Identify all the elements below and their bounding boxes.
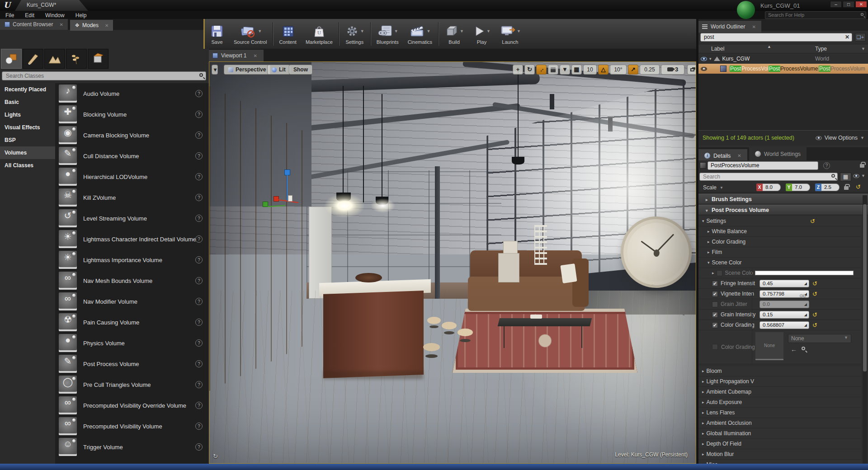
lut-thumbnail[interactable]: None bbox=[755, 332, 783, 360]
group-scene-color[interactable]: ▾Scene Color bbox=[698, 258, 861, 268]
close-button[interactable]: ✕ bbox=[855, 1, 867, 8]
settings-group-row[interactable]: ▾ Settings ↺ bbox=[698, 216, 861, 226]
expander-icon[interactable]: ▸ bbox=[702, 369, 704, 373]
launch-button[interactable]: ▼Launch bbox=[495, 23, 525, 46]
category-all-classes[interactable]: All Classes bbox=[0, 159, 55, 172]
class-row-nav-mesh-bounds-volume[interactable]: ∞Nav Mesh Bounds Volume? bbox=[55, 270, 209, 291]
expand-arrow-icon[interactable]: ▾ bbox=[709, 56, 712, 61]
coordinate-system-button[interactable] bbox=[548, 65, 558, 75]
value-field[interactable]: 0.45◢ bbox=[760, 280, 809, 287]
play-button[interactable]: ▼Play bbox=[468, 23, 495, 46]
close-tab-icon[interactable]: ✕ bbox=[737, 153, 741, 158]
view-mode-button[interactable]: Lit bbox=[267, 65, 290, 75]
class-row-precomputed-visibility-volume[interactable]: ∞Precomputed Visibility Volume? bbox=[55, 416, 209, 437]
close-tab-icon[interactable]: ✕ bbox=[105, 23, 108, 28]
outliner-row-postprocessvolume[interactable]: PostProcessVolPostProcessVolume PostProc… bbox=[698, 64, 868, 74]
sort-ascending-icon[interactable]: ▲ bbox=[767, 44, 771, 49]
landscape-mode-button[interactable] bbox=[44, 49, 65, 69]
post-process-volume-header[interactable]: ▾ Post Process Volume bbox=[698, 205, 868, 215]
chevron-down-icon[interactable]: ▼ bbox=[517, 29, 521, 33]
help-icon[interactable]: ? bbox=[195, 256, 203, 263]
help-icon[interactable]: ? bbox=[195, 360, 203, 367]
class-row-level-streaming-volume[interactable]: ↺Level Streaming Volume? bbox=[55, 208, 209, 229]
search-classes-input[interactable]: Search Classes bbox=[2, 71, 206, 80]
blueprints-button[interactable]: ▼Blueprints bbox=[372, 23, 403, 46]
tab-content-browser[interactable]: Content Browser ✕ bbox=[0, 19, 68, 30]
group-ambient-cubemap[interactable]: ▸Ambient Cubemap bbox=[698, 387, 861, 397]
property-checkbox[interactable] bbox=[712, 344, 718, 350]
group-auto-exposure[interactable]: ▸Auto Exposure bbox=[698, 397, 861, 408]
chevron-down-icon[interactable]: ▼ bbox=[460, 29, 464, 33]
outliner-column-headers[interactable]: Label ▲ Type ▼ bbox=[698, 44, 868, 53]
display-filter-button[interactable]: ▼ bbox=[853, 174, 865, 178]
help-icon[interactable]: ? bbox=[195, 443, 203, 451]
category-visual-effects[interactable]: Visual Effects bbox=[0, 121, 55, 134]
help-icon[interactable]: ? bbox=[195, 298, 203, 305]
reset-to-default-icon[interactable]: ↺ bbox=[810, 218, 815, 225]
scale-z-field[interactable]: 2.5 bbox=[821, 183, 840, 191]
expander-icon[interactable]: ▸ bbox=[702, 431, 704, 436]
chevron-down-icon[interactable]: ▼ bbox=[426, 29, 430, 33]
help-icon[interactable]: ? bbox=[195, 423, 203, 430]
column-type[interactable]: Type bbox=[815, 46, 827, 52]
value-field[interactable]: 0.15◢ bbox=[760, 311, 809, 319]
group-motion-blur[interactable]: ▸Motion Blur bbox=[698, 449, 861, 460]
scrollbar-thumb[interactable] bbox=[863, 204, 867, 371]
class-row-cull-distance-volume[interactable]: ✎Cull Distance Volume? bbox=[55, 146, 209, 166]
class-row-pain-causing-volume[interactable]: ☢Pain Causing Volume? bbox=[55, 312, 209, 333]
class-row-blocking-volume[interactable]: ✚Blocking Volume? bbox=[55, 104, 209, 125]
create-folder-button[interactable]: ❏+ bbox=[855, 33, 866, 42]
actor-name-field[interactable]: PostProcessVolume bbox=[708, 161, 818, 170]
help-icon[interactable]: ? bbox=[195, 339, 203, 347]
lock-icon[interactable] bbox=[860, 164, 864, 168]
foliage-mode-button[interactable] bbox=[66, 49, 87, 69]
help-icon[interactable]: ? bbox=[195, 111, 203, 118]
expander-icon[interactable]: ▸ bbox=[702, 379, 704, 384]
view-options-button[interactable]: View Options ▼ bbox=[816, 135, 864, 141]
build-button[interactable]: ▼Build bbox=[440, 23, 468, 46]
property-color-grading[interactable]: ✔Color Grading0.568807◢↺ bbox=[698, 320, 861, 330]
expander-icon[interactable]: ▾ bbox=[708, 260, 710, 265]
expander-icon[interactable]: ▸ bbox=[708, 229, 710, 234]
save-button[interactable]: Save bbox=[205, 23, 229, 46]
drag-handle-icon[interactable]: ◢ bbox=[804, 302, 807, 306]
property-checkbox[interactable]: ✔ bbox=[712, 312, 718, 318]
lock-scale-icon[interactable] bbox=[844, 186, 849, 190]
move-tool[interactable]: + bbox=[513, 65, 523, 75]
paint-mode-button[interactable] bbox=[23, 49, 43, 69]
maximize-viewport-button[interactable] bbox=[687, 65, 696, 75]
class-row-physics-volume[interactable]: ●Physics Volume? bbox=[55, 333, 209, 353]
chevron-down-icon[interactable]: ▼ bbox=[394, 29, 398, 33]
outliner-row-world[interactable]: ▾ Kurs_CGW World bbox=[698, 54, 868, 64]
chevron-down-icon[interactable]: ▼ bbox=[360, 29, 364, 33]
grid-snap-button[interactable]: ▦ bbox=[571, 65, 582, 75]
help-icon[interactable]: ? bbox=[195, 319, 203, 326]
property-fringe-intensit[interactable]: ✔Fringe Intensit0.45◢↺ bbox=[698, 278, 861, 289]
reset-to-default-icon[interactable]: ↺ bbox=[812, 311, 817, 318]
category-basic[interactable]: Basic bbox=[0, 96, 55, 108]
expander-icon[interactable]: ▸ bbox=[708, 250, 710, 254]
category-volumes[interactable]: Volumes bbox=[0, 146, 55, 159]
class-row-nav-modifier-volume[interactable]: ∞Nav Modifier Volume? bbox=[55, 291, 209, 312]
tab-world-outliner[interactable]: World Outliner ✕ bbox=[698, 21, 761, 33]
class-row-post-process-volume[interactable]: ✎Post Process Volume? bbox=[55, 353, 209, 374]
expander-icon[interactable]: ▸ bbox=[712, 271, 714, 275]
chevron-down-icon[interactable]: ▼ bbox=[258, 29, 262, 33]
help-icon[interactable]: ? bbox=[195, 277, 203, 284]
marketplace-button[interactable]: UMarketplace bbox=[301, 23, 337, 46]
expander-icon[interactable]: ▸ bbox=[702, 452, 704, 456]
expander-icon[interactable]: ▸ bbox=[702, 400, 704, 404]
tab-modes[interactable]: ❖ Modes ✕ bbox=[70, 20, 113, 31]
group-depth-of-field[interactable]: ▸Depth Of Field bbox=[698, 439, 861, 449]
group-film[interactable]: ▸Film bbox=[698, 247, 861, 258]
chevron-down-icon[interactable]: ▼ bbox=[486, 29, 491, 33]
property-grain-intensity[interactable]: ✔Grain Intensity0.15◢↺ bbox=[698, 310, 861, 320]
reset-to-default-icon[interactable]: ↺ bbox=[856, 183, 861, 190]
details-scrollbar[interactable] bbox=[863, 195, 867, 464]
category-bsp[interactable]: BSP bbox=[0, 134, 55, 146]
drag-handle-icon[interactable]: ◢ bbox=[804, 282, 807, 286]
use-selected-asset-icon[interactable]: ← bbox=[791, 346, 797, 353]
help-icon[interactable]: ? bbox=[195, 90, 203, 97]
expander-icon[interactable]: ▸ bbox=[702, 390, 704, 394]
menu-window[interactable]: Window bbox=[40, 11, 70, 19]
